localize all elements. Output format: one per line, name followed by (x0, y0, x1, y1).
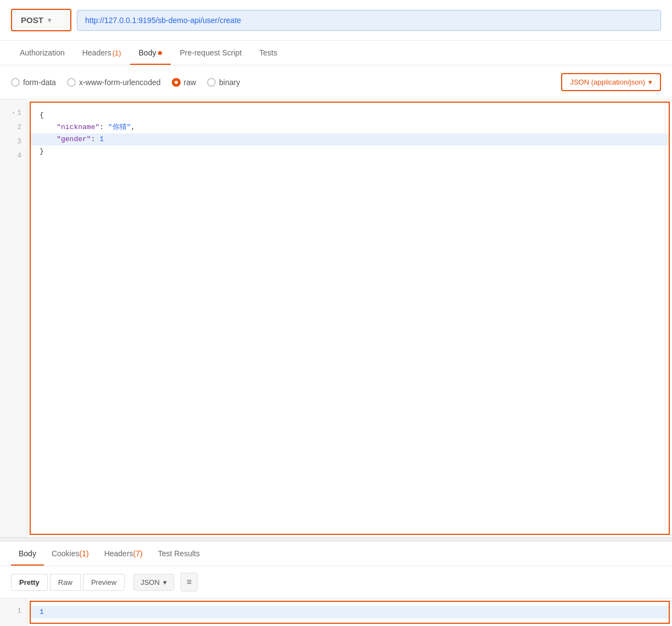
request-tabs: Authorization Headers(1) Body Pre-reques… (0, 41, 672, 65)
response-tabs: Body Cookies(1) Headers(7) Test Results (0, 541, 672, 566)
response-tab-body[interactable]: Body (11, 541, 44, 566)
tab-prerequest[interactable]: Pre-request Script (171, 41, 250, 65)
response-code-content[interactable]: 1 (30, 601, 670, 624)
response-format-chevron-icon: ▾ (163, 578, 167, 586)
code-line-3: "gender": 1 (31, 133, 669, 146)
radio-form-data[interactable]: form-data (11, 78, 56, 87)
radio-binary[interactable]: binary (207, 78, 240, 87)
tab-authorization[interactable]: Authorization (11, 41, 74, 65)
response-tab-cookies[interactable]: Cookies(1) (44, 541, 97, 566)
app-container: POST ▾ Authorization Headers(1) Body Pre… (0, 0, 672, 626)
code-editor: ▾ 1 2 3 4 { "nickname": "你猜", "gender": … (0, 99, 672, 537)
response-tab-headers[interactable]: Headers(7) (97, 541, 150, 566)
method-button[interactable]: POST ▾ (11, 9, 71, 31)
response-format-select[interactable]: JSON ▾ (133, 574, 174, 591)
response-code-line-1: 1 (31, 606, 669, 618)
body-dot (158, 51, 162, 55)
response-line-numbers: 1 (0, 599, 27, 626)
code-line-2: "nickname": "你猜", (40, 121, 660, 133)
radio-circle-form-data (11, 78, 20, 87)
method-label: POST (21, 15, 43, 25)
wrap-icon: ≡ (187, 577, 192, 587)
code-line-4: } (40, 146, 660, 158)
method-chevron: ▾ (48, 16, 51, 24)
url-bar: POST ▾ (0, 0, 672, 41)
line-number-3: 3 (0, 135, 27, 149)
response-section: Body Cookies(1) Headers(7) Test Results … (0, 541, 672, 626)
line-number-2: 2 (0, 120, 27, 135)
response-tab-test-results[interactable]: Test Results (150, 541, 208, 566)
response-body: 1 1 (0, 599, 672, 626)
view-preview-button[interactable]: Preview (83, 574, 125, 591)
radio-circle-binary (207, 78, 216, 87)
url-input[interactable] (77, 10, 661, 31)
line-number-1: ▾ 1 (0, 106, 27, 120)
editor-code-content[interactable]: { "nickname": "你猜", "gender": 1 } (30, 102, 670, 535)
code-line-1: { (40, 109, 660, 121)
line-number-4: 4 (0, 149, 27, 163)
radio-circle-urlencoded (67, 78, 76, 87)
tab-tests[interactable]: Tests (250, 41, 286, 65)
response-toolbar: Pretty Raw Preview JSON ▾ ≡ (0, 566, 672, 599)
format-chevron-icon: ▾ (648, 78, 652, 86)
response-line-number-1: 1 (0, 603, 27, 619)
body-type-bar: form-data x-www-form-urlencoded raw bina… (0, 65, 672, 99)
radio-raw[interactable]: raw (172, 78, 197, 87)
view-raw-button[interactable]: Raw (50, 574, 81, 591)
tab-headers[interactable]: Headers(1) (74, 41, 130, 65)
format-select-button[interactable]: JSON (application/json) ▾ (561, 73, 661, 91)
view-pretty-button[interactable]: Pretty (11, 574, 48, 591)
editor-line-numbers: ▾ 1 2 3 4 (0, 99, 27, 537)
radio-circle-raw (172, 78, 181, 87)
radio-urlencoded[interactable]: x-www-form-urlencoded (67, 78, 161, 87)
tab-body[interactable]: Body (130, 41, 171, 65)
wrap-button[interactable]: ≡ (181, 573, 198, 591)
section-divider (0, 537, 672, 541)
fold-triangle-1: ▾ (12, 107, 15, 119)
